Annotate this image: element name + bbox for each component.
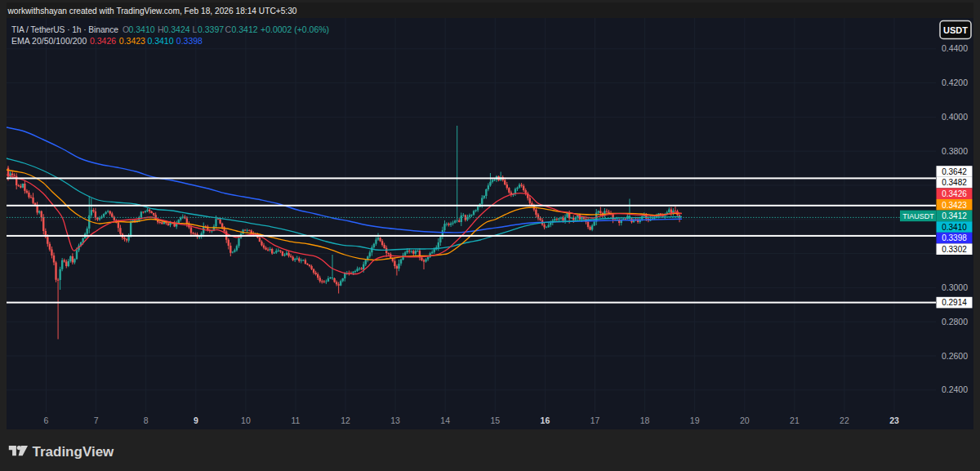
svg-text:0.4400: 0.4400 (942, 43, 968, 53)
svg-text:0.3423: 0.3423 (942, 201, 967, 210)
svg-text:7: 7 (94, 415, 99, 425)
svg-text:0.2800: 0.2800 (942, 317, 968, 327)
svg-text:12: 12 (341, 415, 350, 425)
svg-text:0.4000: 0.4000 (942, 112, 968, 122)
svg-text:21: 21 (790, 415, 800, 425)
svg-text:0.3397: 0.3397 (198, 24, 224, 34)
svg-text:0.3410: 0.3410 (129, 24, 155, 34)
svg-text:0.3410: 0.3410 (147, 36, 173, 46)
svg-text:0.3302: 0.3302 (942, 245, 967, 254)
svg-text:0.3482: 0.3482 (942, 178, 967, 187)
svg-text:0.3426: 0.3426 (942, 189, 967, 198)
svg-text:11: 11 (292, 415, 301, 425)
svg-text:0.3398: 0.3398 (942, 233, 967, 242)
svg-text:USDT: USDT (943, 25, 968, 35)
svg-text:TradingView: TradingView (33, 444, 115, 460)
svg-text:TIA / TetherUS · 1h · Binance: TIA / TetherUS · 1h · Binance (11, 25, 118, 34)
svg-text:8: 8 (144, 415, 149, 425)
svg-text:19: 19 (690, 415, 700, 425)
svg-text:0.3410: 0.3410 (942, 223, 967, 232)
svg-text:20: 20 (740, 415, 750, 425)
svg-text:0.3412: 0.3412 (232, 24, 258, 34)
svg-text:22: 22 (840, 415, 849, 425)
svg-text:0.3412: 0.3412 (942, 211, 967, 220)
svg-text:15: 15 (490, 415, 500, 425)
svg-text:18: 18 (640, 415, 650, 425)
svg-text:16: 16 (541, 415, 550, 425)
svg-text:23: 23 (889, 415, 899, 425)
svg-text:TIAUSDT: TIAUSDT (902, 212, 934, 220)
svg-text:10: 10 (241, 415, 251, 425)
svg-text:9: 9 (194, 415, 198, 425)
svg-text:6: 6 (44, 415, 49, 425)
svg-text:0.3423: 0.3423 (119, 36, 145, 46)
svg-text:0.4200: 0.4200 (942, 78, 968, 87)
svg-text:0.3398: 0.3398 (176, 36, 203, 46)
svg-text:0.3426: 0.3426 (90, 36, 116, 46)
svg-text:0.2914: 0.2914 (942, 298, 967, 307)
svg-text:C: C (225, 24, 232, 34)
svg-text:14: 14 (440, 415, 450, 425)
svg-text:EMA 20/50/100/200: EMA 20/50/100/200 (11, 36, 87, 46)
svg-text:H: H (158, 24, 164, 34)
svg-text:0.3424: 0.3424 (164, 24, 190, 34)
svg-text:0.2400: 0.2400 (942, 384, 968, 394)
svg-text:0.3642: 0.3642 (942, 167, 967, 176)
svg-text:0.2600: 0.2600 (942, 351, 968, 361)
svg-text:17: 17 (590, 415, 600, 425)
svg-text:L: L (193, 24, 198, 34)
svg-text:13: 13 (390, 415, 400, 425)
svg-text:0.3800: 0.3800 (942, 146, 968, 156)
svg-text:+0.0002 (+0.06%): +0.0002 (+0.06%) (261, 24, 329, 34)
svg-text:0.3000: 0.3000 (942, 282, 968, 292)
svg-text:workwithshayan created with Tr: workwithshayan created with TradingView.… (7, 7, 297, 16)
